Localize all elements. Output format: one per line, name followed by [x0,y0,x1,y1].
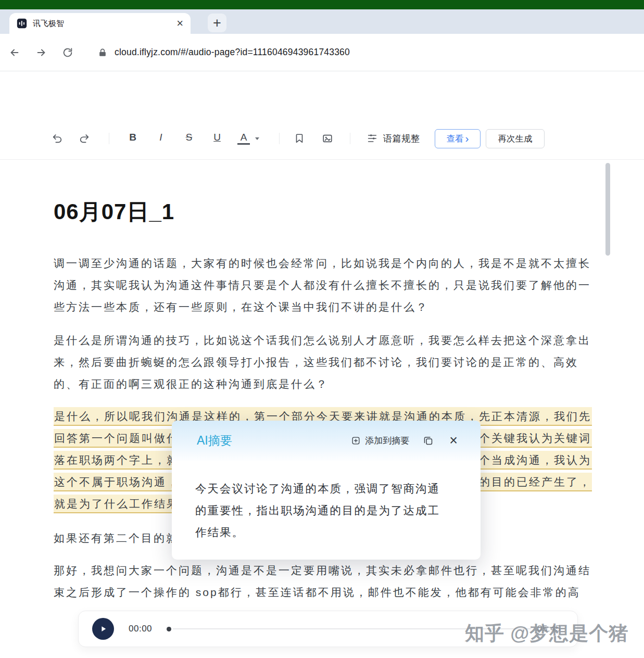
strikethrough-button[interactable]: S [183,132,195,143]
browser-tab[interactable]: 讯飞极智 × [9,13,191,34]
ai-summary-modal: AI摘要 添加到摘要 × 今天会议讨论了沟通的本质，强调了智商沟通的重要性，指出… [172,421,481,560]
text-line: 那好，我想问大家一个问题，沟通是不是一定要用嘴说，其实未必拿邮件也行，甚至呢我们… [54,560,592,581]
font-color-button[interactable]: A [237,132,250,145]
editor-surface[interactable]: 06月07日_1 调一调至少沟通的话题，大家有的时候也会经常问，比如说我是个内向… [54,160,592,658]
highlighted-text: 个关键我认为关键词 [478,429,592,448]
back-icon[interactable] [9,47,20,58]
text-line: 的、有正面的啊三观很正的这种沟通到底是什么？ [54,373,592,395]
text-line: 来，然后要曲折蜿蜒的怎么跟领导打小报告，这些我们都不讨论，我们要讨论的是正常的、… [54,351,592,373]
reload-icon[interactable] [62,47,73,58]
toolbar-separator [109,133,109,144]
text-line: 些方法一些本质，还有一些原则，在这个课当中我们不讲的是什么？ [54,296,592,318]
undo-icon[interactable] [52,133,63,144]
add-to-summary-label: 添加到摘要 [365,435,409,447]
new-tab-button[interactable]: + [208,14,226,32]
discourse-format-icon[interactable] [367,133,378,144]
add-to-summary-icon [351,436,361,446]
text-line: 束之后形成了一个操作的 sop都行，甚至连话都不用说，邮件也不能发，他都有可能会… [54,581,592,603]
url-field[interactable]: cloud.iflyjz.com/#/audio-page?id=1116046… [115,47,350,58]
document-scroll-area: 06月07日_1 调一调至少沟通的话题，大家有的时候也会经常问，比如说我是个内向… [0,160,644,658]
view-button-label: 查看 [447,133,464,145]
close-icon[interactable]: × [449,434,458,448]
toolbar-separator [350,133,350,144]
browser-window: 讯飞极智 × + cloud.iflyjz.com/#/audio-page?i… [0,0,644,658]
add-to-summary-button[interactable]: 添加到摘要 [351,435,409,447]
highlighted-text: 落在职场两个字上，就 [54,451,180,470]
window-top-strip [0,0,644,9]
scrollbar-thumb[interactable] [605,163,610,256]
highlighted-text: 的目的已经产生了， [478,473,592,491]
forward-icon[interactable] [35,47,47,58]
format-toolbar: B I S U A 语篇规整 查看 › 再次生成 [0,117,644,160]
play-button[interactable] [92,618,114,640]
watermark-text: 知乎 @梦想是个猪 [465,621,628,647]
ai-summary-title: AI摘要 [197,433,232,449]
play-icon [98,624,108,634]
paragraph[interactable]: 那好，我想问大家一个问题，沟通是不是一定要用嘴说，其实未必拿邮件也行，甚至呢我们… [54,560,592,603]
underline-button[interactable]: U [211,132,223,143]
redo-icon[interactable] [79,133,90,144]
highlighted-text: 这个不属于职场沟通， [54,473,180,491]
tab-title: 讯飞极智 [33,19,64,29]
app-header: 06月07日_1 最近修改：06月07日 16:54 星火认知 [0,71,644,117]
image-icon[interactable] [322,133,333,144]
current-time: 00:00 [129,624,152,634]
bookmark-icon[interactable] [294,133,305,144]
italic-button[interactable]: I [155,132,167,143]
highlighted-text: 回答第一个问题叫做什 [54,429,180,448]
tab-close-icon[interactable]: × [176,18,183,29]
highlighted-text: 个当成沟通，我认为 [478,451,592,470]
bold-button[interactable]: B [127,132,139,143]
view-button[interactable]: 查看 › [435,129,481,148]
lock-icon[interactable] [97,47,108,58]
document-title: 06月07日_1 [54,197,174,226]
text-line: 沟通，其实呢我认为沟通这件事情只要是个人都没有什么擅长不擅长的，只是说我们要了解… [54,274,592,296]
chevron-down-icon[interactable] [255,137,259,140]
text-line: 是什么是所谓沟通的技巧，比如说这个话我们怎么说别人才愿意听，我要怎么样去把这个深… [54,330,592,351]
discourse-format-button[interactable]: 语篇规整 [383,132,420,145]
site-favicon-icon [17,18,27,29]
paragraph[interactable]: 调一调至少沟通的话题，大家有的时候也会经常问，比如说我是个内向的人，我是不是就不… [54,252,592,318]
regenerate-button[interactable]: 再次生成 [486,129,545,148]
address-bar: cloud.iflyjz.com/#/audio-page?id=1116046… [0,34,644,71]
chevron-right-icon: › [465,133,469,144]
text-line: 调一调至少沟通的话题，大家有的时候也会经常问，比如说我是个内向的人，我是不是就不… [54,252,592,274]
progress-handle[interactable] [167,627,171,631]
ai-summary-body: 今天会议讨论了沟通的本质，强调了智商沟通的重要性，指出职场沟通的目的是为了达成工… [172,461,481,543]
toolbar-separator [279,133,280,144]
ai-summary-modal-header: AI摘要 添加到摘要 × [172,421,481,461]
highlighted-text: 就是为了什么工作结果 [54,495,180,513]
paragraph[interactable]: 是什么是所谓沟通的技巧，比如说这个话我们怎么说别人才愿意听，我要怎么样去把这个深… [54,330,592,395]
copy-icon[interactable] [423,435,434,446]
tab-bar: 讯飞极智 × + [0,9,644,34]
